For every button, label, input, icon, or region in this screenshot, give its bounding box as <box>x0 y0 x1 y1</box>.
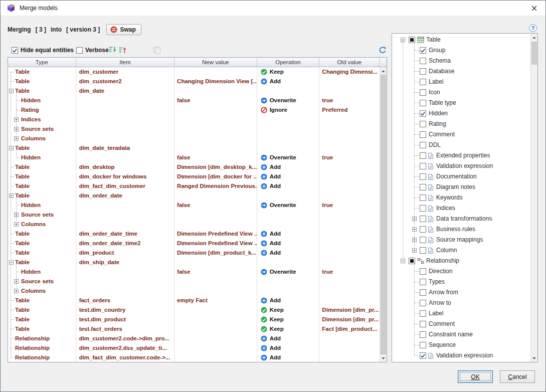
table-row[interactable]: Tabledim_customerKeepChanging Dimensi... <box>8 67 380 77</box>
expand-expander-icon[interactable] <box>14 127 19 131</box>
table-row[interactable]: HiddenfalseOverwritetrue <box>8 96 380 105</box>
collapse-expander-icon[interactable] <box>9 89 14 93</box>
column-header-old-value[interactable]: Old value <box>319 58 380 67</box>
tree-item[interactable]: Database <box>392 66 530 77</box>
checkbox-unchecked-icon[interactable] <box>420 131 426 138</box>
expand-expander-icon[interactable] <box>14 213 19 217</box>
tree-item[interactable]: Keywords <box>392 192 530 203</box>
expand-expander-icon[interactable] <box>412 248 417 253</box>
scroll-down-arrow-icon[interactable] <box>380 354 387 362</box>
tree-item[interactable]: Business rules <box>392 224 530 235</box>
tree-item[interactable]: Comment <box>392 319 530 329</box>
expand-expander-icon[interactable] <box>14 289 19 293</box>
checkbox-unchecked-icon[interactable] <box>420 194 426 201</box>
column-header-operation[interactable]: Operation <box>257 58 320 67</box>
table-row[interactable]: Columns <box>8 220 380 229</box>
expand-expander-icon[interactable] <box>412 238 417 242</box>
tree-item[interactable]: Column <box>392 245 530 256</box>
tree-scroll-up-arrow-icon[interactable] <box>531 34 537 41</box>
collapse-expander-icon[interactable] <box>401 38 405 42</box>
checkbox-partial-icon[interactable] <box>409 258 415 264</box>
collapse-expander-icon[interactable] <box>9 146 14 150</box>
table-row[interactable]: Relationshipdim_customer2.code->dim_pro.… <box>8 334 380 343</box>
table-row[interactable]: HiddenfalseOverwritetrue <box>8 267 380 277</box>
tree-item[interactable]: Validation expression <box>392 161 530 171</box>
checkbox-unchecked-icon[interactable] <box>420 300 426 306</box>
table-row[interactable]: Tabledim_customer2Changing Dimension Vie… <box>8 77 380 86</box>
tree-item[interactable]: Group <box>392 45 530 56</box>
checkbox-checked-icon[interactable] <box>420 352 426 359</box>
checkbox-unchecked-icon[interactable] <box>420 205 426 212</box>
checkbox-unchecked-icon[interactable] <box>420 58 426 64</box>
table-row[interactable]: Tabletest.dim_countryKeepDimension [dim_… <box>8 305 380 315</box>
table-row[interactable]: Tabletest.dim_productKeepDimension [dim_… <box>8 315 380 324</box>
collapse-expander-icon[interactable] <box>9 193 14 198</box>
tree-item[interactable]: Table type <box>392 98 530 108</box>
tree-item[interactable]: Sequence <box>392 340 530 350</box>
tree-item[interactable]: Constraint name <box>392 329 530 340</box>
table-row[interactable]: Tabledim_order_date_time2Dimension Prede… <box>8 239 380 248</box>
collapse-expander-icon[interactable] <box>401 259 405 263</box>
tree-item[interactable]: Relationship <box>392 256 530 266</box>
table-row[interactable]: RatingIgnorePreferred <box>8 105 380 115</box>
tree-scroll-down-arrow-icon[interactable] <box>531 354 537 362</box>
table-row[interactable]: Tabledim_productDimension [dim_product_k… <box>8 248 380 258</box>
tree-item[interactable]: DDL <box>392 140 530 150</box>
close-button[interactable] <box>522 1 545 16</box>
checkbox-unchecked-icon[interactable] <box>420 279 426 285</box>
checkbox-unchecked-icon[interactable] <box>420 79 426 85</box>
tree-item[interactable]: Schema <box>392 56 530 66</box>
verbose-checkbox[interactable]: Verbose <box>76 47 109 54</box>
table-row[interactable]: Source sets <box>8 210 380 220</box>
tree-item[interactable]: Table <box>392 35 530 45</box>
tree-item[interactable]: Diagram notes <box>392 182 530 192</box>
table-row[interactable]: Tabletest.fact_ordersKeepFact [dim_produ… <box>8 324 380 334</box>
tree-item[interactable]: Icon <box>392 87 530 98</box>
expand-all-icon[interactable] <box>108 46 116 54</box>
expand-expander-icon[interactable] <box>412 217 417 221</box>
tree-item[interactable]: Data transformations <box>392 214 530 224</box>
checkbox-unchecked-icon[interactable] <box>420 142 426 148</box>
table-row[interactable]: Tabledim_order_date_timeDimension Predef… <box>8 229 380 239</box>
help-icon[interactable]: ? <box>529 24 537 32</box>
checkbox-unchecked-icon[interactable] <box>420 321 426 327</box>
table-row[interactable]: Source sets <box>8 124 380 134</box>
table-row[interactable]: Relationshipdim_customer2.dss_update_ti.… <box>8 343 380 353</box>
checkbox-unchecked-icon[interactable] <box>420 226 426 233</box>
tree-item[interactable]: Direction <box>392 266 530 277</box>
tree-item[interactable]: Indices <box>392 203 530 214</box>
checkbox-unchecked-icon[interactable] <box>420 342 426 348</box>
checkbox-checked-icon[interactable] <box>420 47 426 54</box>
table-row[interactable]: Relationshipdim_fact_dim_customer.code->… <box>8 353 380 362</box>
checkbox-unchecked-icon[interactable] <box>420 152 426 159</box>
table-row[interactable]: Columns <box>8 286 380 296</box>
table-row[interactable]: Tabledim_docker for windowsDimension [di… <box>8 172 380 181</box>
checkbox-unchecked-icon[interactable] <box>420 310 426 317</box>
grid-vertical-scrollbar[interactable] <box>380 67 387 362</box>
expand-expander-icon[interactable] <box>14 222 19 227</box>
table-row[interactable]: Tablefact_ordersempty FactAdd <box>8 296 380 305</box>
cancel-button[interactable]: Cancel <box>500 370 535 383</box>
table-row[interactable]: Tabledim_order_date <box>8 191 380 201</box>
table-row[interactable]: Columns <box>8 134 380 143</box>
tree-item[interactable]: Arrow from <box>392 287 530 298</box>
expand-expander-icon[interactable] <box>412 227 417 232</box>
tree-item[interactable]: Arrow to <box>392 298 530 308</box>
ok-button[interactable]: OK <box>458 370 493 383</box>
tree-item[interactable]: Extended properties <box>392 150 530 161</box>
checkbox-unchecked-icon[interactable] <box>420 216 426 222</box>
checkbox-unchecked-icon[interactable] <box>420 121 426 127</box>
tree-item[interactable]: Source mappings <box>392 235 530 245</box>
checkbox-unchecked-icon[interactable] <box>420 289 426 296</box>
checkbox-unchecked-icon[interactable] <box>420 237 426 243</box>
column-header-new-value[interactable]: New value <box>174 58 257 67</box>
checkbox-partial-icon[interactable] <box>409 37 415 43</box>
table-row[interactable]: Tabledim_ship_date <box>8 258 380 267</box>
collapse-expander-icon[interactable] <box>9 260 14 265</box>
checkbox-unchecked-icon[interactable] <box>420 100 426 106</box>
checkbox-unchecked-icon[interactable] <box>420 68 426 75</box>
tree-item[interactable]: Documentation <box>392 171 530 182</box>
tree-item[interactable]: Label <box>392 308 530 319</box>
expand-expander-icon[interactable] <box>14 117 19 122</box>
column-header-item[interactable]: Item <box>76 58 174 67</box>
